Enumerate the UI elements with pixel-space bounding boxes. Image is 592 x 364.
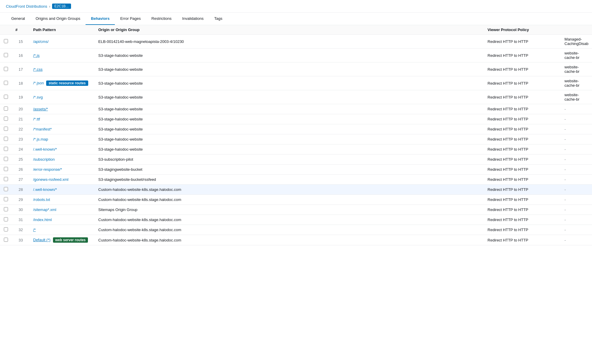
row-number: 20 [12, 104, 30, 114]
row-checkbox[interactable] [4, 137, 8, 141]
row-path: /*.jsonstatic resource routes [30, 76, 95, 90]
row-checkbox[interactable] [4, 117, 8, 121]
row-number: 21 [12, 114, 30, 124]
behaviors-table: # Path Pattern Origin or Origin Group Vi… [0, 25, 592, 245]
table-row: 18/*.jsonstatic resource routesS3-stage-… [0, 76, 592, 90]
col-checkbox [0, 25, 12, 35]
tab-behaviors[interactable]: Behaviors [86, 13, 115, 25]
tab-invalidations[interactable]: Invalidations [177, 13, 209, 25]
row-origin: S3-subscription-pilot [95, 154, 484, 165]
path-text: /error-response/* [33, 167, 62, 172]
row-path: /.well-known/* [30, 144, 95, 154]
row-policy: Redirect HTTP to HTTP [484, 124, 561, 134]
row-extra: - [561, 114, 592, 124]
row-path: /subscription [30, 154, 95, 165]
row-extra: - [561, 195, 592, 205]
row-origin: S3-stage-halodoc-website [95, 124, 484, 134]
row-checkbox[interactable] [4, 107, 8, 111]
breadcrumb-separator: › [49, 4, 50, 9]
row-origin: S3-stage-halodoc-website [95, 62, 484, 76]
row-path: /*.ttf [30, 114, 95, 124]
table-row: 24/.well-known/*S3-stage-halodoc-website… [0, 144, 592, 154]
row-extra: - [561, 144, 592, 154]
row-extra: - [561, 175, 592, 185]
cloudfront-distributions-link[interactable]: CloudFront Distributions [6, 4, 47, 9]
annotation-badge: static resource routes [46, 80, 88, 86]
tab-error_pages[interactable]: Error Pages [115, 13, 146, 25]
table-row: 32/*Custom-halodoc-website-k8s.stage.hal… [0, 225, 592, 235]
row-origin: S3-stage-halodoc-website [95, 114, 484, 124]
row-checkbox[interactable] [4, 39, 8, 43]
row-origin: Custom-halodoc-website-k8s.stage.halodoc… [95, 225, 484, 235]
row-checkbox-cell [0, 205, 12, 215]
row-origin: S3-stagingwebsite-bucket/rssfeed [95, 175, 484, 185]
row-checkbox[interactable] [4, 227, 8, 231]
row-checkbox[interactable] [4, 207, 8, 211]
row-extra: website-cache-br [561, 76, 592, 90]
row-policy: Redirect HTTP to HTTP [484, 144, 561, 154]
col-policy: Viewer Protocol Policy [484, 25, 561, 35]
row-checkbox-cell [0, 154, 12, 165]
row-checkbox-cell [0, 49, 12, 62]
tab-origins[interactable]: Origins and Origin Groups [30, 13, 86, 25]
row-extra: - [561, 215, 592, 225]
row-number: 23 [12, 134, 30, 144]
row-checkbox[interactable] [4, 177, 8, 181]
row-number: 24 [12, 144, 30, 154]
path-text: /*.json [33, 81, 44, 85]
row-checkbox[interactable] [4, 157, 8, 161]
distribution-id: E2C1B... [52, 4, 71, 9]
row-origin: Custom-halodoc-website-k8s.stage.halodoc… [95, 195, 484, 205]
row-number: 33 [12, 235, 30, 245]
row-number: 22 [12, 124, 30, 134]
row-origin: S3-stage-halodoc-website [95, 104, 484, 114]
row-checkbox-cell [0, 144, 12, 154]
table-container: # Path Pattern Origin or Origin Group Vi… [0, 25, 592, 245]
row-checkbox[interactable] [4, 81, 8, 85]
row-origin: S3-stage-halodoc-website [95, 76, 484, 90]
row-checkbox-cell [0, 134, 12, 144]
row-checkbox[interactable] [4, 217, 8, 221]
row-checkbox[interactable] [4, 197, 8, 201]
path-text: /*.ttf [33, 117, 40, 121]
row-path: /*.js.map [30, 134, 95, 144]
row-checkbox[interactable] [4, 127, 8, 131]
row-checkbox-cell [0, 124, 12, 134]
row-path: Default (*)web server routes [30, 235, 95, 245]
path-text: /index.html [33, 218, 52, 222]
row-checkbox[interactable] [4, 147, 8, 151]
row-policy: Redirect HTTP to HTTP [484, 235, 561, 245]
row-number: 31 [12, 215, 30, 225]
row-extra: - [561, 104, 592, 114]
breadcrumb: CloudFront Distributions › E2C1B... [0, 0, 592, 13]
row-checkbox[interactable] [4, 53, 8, 57]
table-row: 15/api/cms/ELB-00142140-web-magnetoapist… [0, 35, 592, 49]
row-checkbox[interactable] [4, 95, 8, 99]
row-checkbox[interactable] [4, 238, 8, 242]
tabs-bar: GeneralOrigins and Origin GroupsBehavior… [0, 13, 592, 25]
row-policy: Redirect HTTP to HTTP [484, 205, 561, 215]
row-policy: Redirect HTTP to HTTP [484, 195, 561, 205]
row-checkbox[interactable] [4, 187, 8, 191]
table-row: 21/*.ttfS3-stage-halodoc-websiteRedirect… [0, 114, 592, 124]
row-path: /error-response/* [30, 165, 95, 175]
tab-tags[interactable]: Tags [209, 13, 228, 25]
row-extra: website-cache-br [561, 62, 592, 76]
row-checkbox-cell [0, 62, 12, 76]
table-row: 17/*.cssS3-stage-halodoc-websiteRedirect… [0, 62, 592, 76]
row-origin: S3-stage-halodoc-website [95, 90, 484, 104]
path-text: Default (*) [33, 238, 51, 242]
row-number: 15 [12, 35, 30, 49]
row-path: /index.html [30, 215, 95, 225]
table-row: 33Default (*)web server routesCustom-hal… [0, 235, 592, 245]
row-number: 32 [12, 225, 30, 235]
row-checkbox[interactable] [4, 167, 8, 171]
tab-general[interactable]: General [6, 13, 30, 25]
row-checkbox[interactable] [4, 67, 8, 71]
row-policy: Redirect HTTP to HTTP [484, 154, 561, 165]
tab-restrictions[interactable]: Restrictions [146, 13, 177, 25]
table-row: 29/robots.txtCustom-halodoc-website-k8s.… [0, 195, 592, 205]
row-origin: Custom-halodoc-website-k8s.stage.halodoc… [95, 215, 484, 225]
table-row: 23/*.js.mapS3-stage-halodoc-websiteRedir… [0, 134, 592, 144]
path-text: /subscription [33, 157, 55, 162]
